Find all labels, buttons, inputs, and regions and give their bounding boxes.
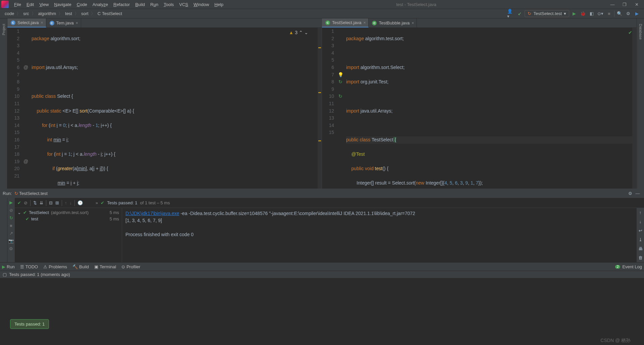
navigation-bar: code〉 src〉 algorithm〉 test〉 sort〉 CTestS… <box>0 9 644 18</box>
event-badge: 2 <box>615 265 621 269</box>
sort-down-icon[interactable]: ⇊ <box>40 200 43 205</box>
project-toolwindow-button[interactable]: Project <box>2 24 6 35</box>
test-tree-root[interactable]: ⌄✔TestSelect(algorithm.test.sort)5 ms <box>16 209 120 216</box>
settings-icon[interactable]: ⚙ <box>9 246 13 251</box>
add-user-icon[interactable]: 👤▾ <box>507 10 515 17</box>
problems-tab-button[interactable]: ⚠Problems <box>43 264 67 269</box>
exe-link[interactable]: D:\JDK\jdk17\bin\java.exe <box>125 211 179 216</box>
trash-icon[interactable]: 🗑 <box>638 255 643 260</box>
build-tab-button[interactable]: 🔨Build <box>72 264 89 269</box>
scroll-down-icon[interactable]: ↓ <box>639 219 642 224</box>
back-icon[interactable]: ↙ <box>516 10 523 17</box>
history-icon[interactable]: 🕒 <box>77 200 83 205</box>
menu-run[interactable]: Run <box>148 2 161 7</box>
event-log-button[interactable]: Event Log <box>622 264 642 269</box>
tab-testselect[interactable]: CTestSelect.java× <box>322 18 369 27</box>
settings-icon[interactable]: ⚙ <box>625 10 632 17</box>
expand-icon[interactable]: ⊟ <box>49 200 53 205</box>
menu-file[interactable]: File <box>11 2 24 7</box>
editor-area: Project CSelect.java× CTem.java× 1234567… <box>0 18 644 189</box>
stop-button[interactable]: ■ <box>605 10 613 17</box>
scroll-up-icon[interactable]: ↑ <box>639 210 642 215</box>
run-side-toolbar: ▶ ⊘ ↻ ■ ↗ 📷 ⚙ <box>7 198 15 262</box>
crumb-class[interactable]: CTestSelect <box>96 11 123 16</box>
code-area-left[interactable]: package algorithm.sort; import java.util… <box>30 28 318 189</box>
crumb-test[interactable]: test <box>64 11 73 16</box>
check-icon[interactable]: ✔ <box>17 200 21 205</box>
database-toolwindow-button[interactable]: Database <box>639 24 643 40</box>
collapse-icon[interactable]: ⊞ <box>55 200 59 205</box>
crumb-sort[interactable]: sort <box>80 11 90 16</box>
menu-view[interactable]: View <box>37 2 51 7</box>
menu-help[interactable]: Help <box>212 2 226 7</box>
test-tree-item[interactable]: ✔test5 ms <box>16 216 120 222</box>
menu-tools[interactable]: Tools <box>161 2 176 7</box>
left-strip <box>0 198 7 262</box>
close-icon[interactable]: × <box>412 21 414 25</box>
next-icon[interactable]: ↓ <box>70 200 72 205</box>
camera-icon[interactable]: 📷 <box>8 238 14 244</box>
tab-tem[interactable]: CTem.java× <box>46 18 81 27</box>
menu-analyze[interactable]: Analyze <box>90 2 111 7</box>
inspection-ok-icon[interactable]: ✔ <box>628 29 632 37</box>
close-icon[interactable]: × <box>41 20 43 25</box>
print-icon[interactable]: 🖶 <box>638 246 643 251</box>
crumb-code[interactable]: code <box>3 11 15 16</box>
menu-refactor[interactable]: Refactor <box>111 2 132 7</box>
gear-icon[interactable]: ⚙ <box>627 190 634 197</box>
bottom-toolwindow-bar: ▶Run ☰TODO ⚠Problems 🔨Build ▣Terminal ⊙P… <box>0 262 644 271</box>
close-icon[interactable]: × <box>76 21 78 25</box>
todo-tab-button[interactable]: ☰TODO <box>20 264 38 269</box>
error-stripe[interactable] <box>632 28 636 189</box>
coverage-button[interactable]: ◧ <box>588 10 595 17</box>
error-stripe[interactable] <box>318 28 322 189</box>
search-icon[interactable]: 🔍 <box>616 10 623 17</box>
left-tabs: CSelect.java× CTem.java× <box>7 18 322 28</box>
menu-build[interactable]: Build <box>132 2 148 7</box>
soft-wrap-icon[interactable]: ↩ <box>639 228 642 233</box>
minimize-button[interactable]: — <box>606 0 619 9</box>
run-button[interactable]: ▶ <box>571 10 578 17</box>
prev-icon[interactable]: ↑ <box>65 200 67 205</box>
watermark: CSDN @ 栖孙 <box>600 338 631 344</box>
left-editor[interactable]: 123456789101112131415161718192021 @@ pac… <box>7 28 322 189</box>
scroll-end-icon[interactable]: ⤓ <box>639 237 642 242</box>
tab-select[interactable]: CSelect.java× <box>7 18 46 27</box>
code-area-right[interactable]: package algorithm.test.sort; import algo… <box>344 28 632 189</box>
toolwindow-toggle-icon[interactable]: ▢ <box>3 272 7 277</box>
project-structure-icon[interactable]: ▶ <box>633 10 641 17</box>
close-icon[interactable]: × <box>363 20 366 25</box>
crumb-src[interactable]: src <box>22 11 30 16</box>
show-passed-icon[interactable]: ⊘ <box>9 208 13 213</box>
stop-icon[interactable]: ■ <box>10 223 12 228</box>
test-tree[interactable]: ⌄✔TestSelect(algorithm.test.sort)5 ms ✔t… <box>15 208 122 262</box>
inspection-badge[interactable]: ▲3⌃⌄ <box>289 29 308 37</box>
close-button[interactable]: ✕ <box>631 0 643 9</box>
maximize-button[interactable]: ❐ <box>619 0 631 9</box>
crumb-algorithm[interactable]: algorithm <box>37 11 57 16</box>
console-side-toolbar: ↑ ↓ ↩ ⤓ 🖶 🗑 <box>637 208 644 262</box>
menu-vcs[interactable]: VCS <box>176 2 191 7</box>
console-output[interactable]: D:\JDK\jdk17\bin\java.exe -ea -Didea.tes… <box>122 208 637 262</box>
toggle-ignored-icon[interactable]: ⊘ <box>24 200 28 205</box>
menu-edit[interactable]: Edit <box>24 2 37 7</box>
profiler-tab-button[interactable]: ⊙Profiler <box>121 264 140 269</box>
sort-icon[interactable]: ⇅ <box>33 200 37 205</box>
run-tab-button[interactable]: ▶Run <box>2 264 15 269</box>
debug-button[interactable]: 🐞 <box>579 10 587 17</box>
profile-button[interactable]: ⊙▾ <box>597 10 604 17</box>
rerun-icon[interactable]: ▶ <box>9 200 13 205</box>
export-icon[interactable]: ↗ <box>9 231 13 236</box>
rerun-failed-icon[interactable]: ↻ <box>9 215 13 220</box>
run-header: Run: ↻ TestSelect.test ⚙ — <box>0 189 644 198</box>
menu-window[interactable]: Window <box>191 2 212 7</box>
run-config-selector[interactable]: ↻TestSelect.test▾ <box>525 10 569 17</box>
terminal-tab-button[interactable]: ▣Terminal <box>94 264 116 269</box>
menu-navigate[interactable]: Navigate <box>51 2 74 7</box>
tab-testbubble[interactable]: CTestBubble.java× <box>369 18 417 27</box>
right-editor[interactable]: 123456789101112131415 💡↻↻ package algori… <box>322 28 636 189</box>
minimize-panel-icon[interactable]: — <box>634 190 641 197</box>
menu-code[interactable]: Code <box>74 2 90 7</box>
notification-balloon[interactable]: Tests passed: 1 <box>10 319 49 329</box>
annotation-gutter: 💡↻↻ <box>337 28 344 189</box>
